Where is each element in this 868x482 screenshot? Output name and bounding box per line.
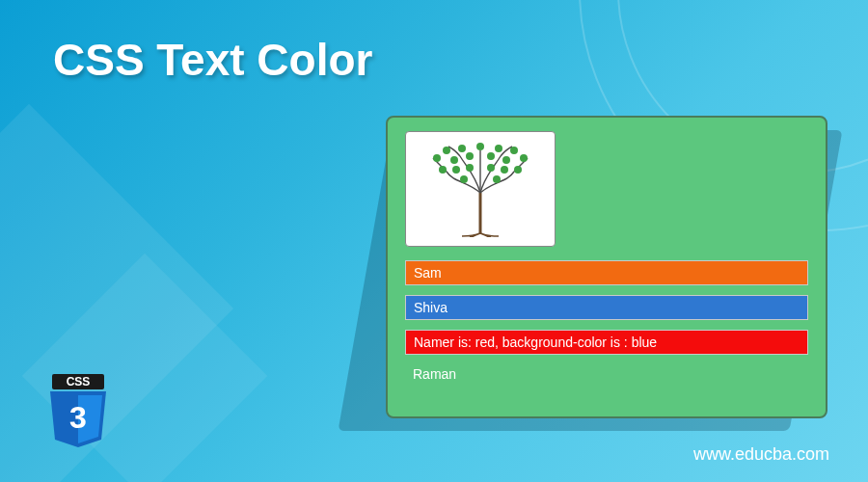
svg-point-16 [514, 166, 522, 174]
svg-point-7 [495, 145, 502, 152]
example-card: Sam Shiva Namer is: red, background-colo… [386, 116, 827, 418]
svg-point-11 [439, 166, 447, 174]
svg-point-1 [443, 147, 450, 154]
example-row-red: Namer is: red, background-color is : blu… [405, 330, 808, 355]
svg-point-14 [487, 164, 495, 172]
row-text: Sam [414, 265, 442, 281]
website-url: www.educba.com [693, 444, 829, 465]
svg-point-12 [452, 166, 460, 174]
svg-point-4 [466, 152, 474, 160]
svg-point-13 [466, 164, 474, 172]
css3-three: 3 [69, 400, 87, 435]
svg-point-15 [501, 166, 508, 174]
example-row-plain: Raman [405, 364, 808, 382]
css3-logo-icon: CSS 3 [46, 374, 110, 453]
svg-point-8 [502, 156, 510, 164]
css3-label: CSS [67, 375, 91, 388]
svg-point-2 [450, 156, 458, 164]
svg-point-6 [487, 152, 495, 160]
tree-icon [418, 137, 543, 241]
svg-point-0 [433, 154, 441, 162]
example-row-orange: Sam [405, 260, 808, 285]
row-text: Raman [413, 366, 456, 382]
tree-image-box [405, 131, 556, 247]
example-row-blue: Shiva [405, 295, 808, 320]
svg-point-18 [493, 175, 501, 183]
svg-point-3 [458, 145, 466, 152]
svg-point-9 [510, 147, 518, 154]
svg-point-10 [520, 154, 528, 162]
row-text: Shiva [414, 300, 448, 315]
svg-point-17 [460, 175, 468, 183]
svg-point-5 [476, 143, 484, 150]
row-text: Namer is: red, background-color is : blu… [414, 335, 657, 350]
page-title: CSS Text Color [53, 34, 372, 86]
